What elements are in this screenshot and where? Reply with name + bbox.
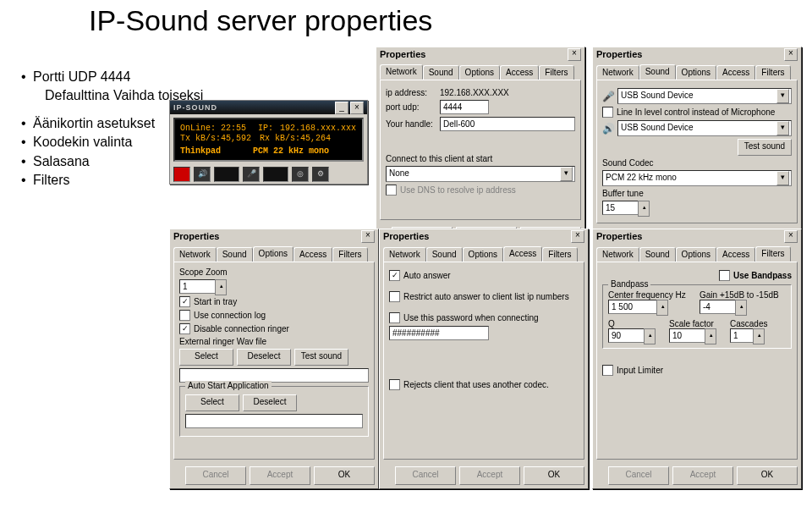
password-checkbox[interactable]: Use this password when connecting	[389, 312, 579, 323]
cancel-button[interactable]: Cancel	[185, 466, 246, 485]
handle-input[interactable]: Dell-600	[440, 117, 575, 131]
select-button[interactable]: Select	[179, 349, 233, 366]
bandpass-group-label: Bandpass	[608, 279, 650, 289]
close-button[interactable]: ×	[350, 102, 364, 114]
tab-access[interactable]: Access	[503, 246, 542, 262]
connect-select[interactable]: None	[386, 166, 575, 182]
properties-network-window: Properties× Network Sound Options Access…	[376, 47, 585, 250]
test-sound-button[interactable]: Test sound	[738, 139, 792, 156]
tab-sound[interactable]: Sound	[639, 64, 676, 80]
scope-zoom-label: Scope Zoom	[179, 267, 369, 277]
lcd-display: OnLine: 22:55 IP: 192.168.xxx.xxx Tx kB/…	[173, 118, 364, 162]
speaker-icon[interactable]: 🔊	[194, 167, 211, 182]
q-spinner[interactable]: 90	[608, 328, 645, 343]
port-label: port udp:	[386, 102, 436, 112]
tab-options[interactable]: Options	[459, 65, 500, 80]
connection-log-checkbox[interactable]: Use connection log	[179, 310, 369, 321]
autostart-group-label: Auto Start Application	[185, 381, 272, 390]
tab-options[interactable]: Options	[253, 246, 294, 262]
cascades-label: Cascades	[730, 319, 786, 328]
tab-network[interactable]: Network	[383, 247, 426, 262]
tab-options[interactable]: Options	[676, 247, 716, 262]
scale-label: Scale factor	[669, 319, 725, 328]
auto-answer-checkbox[interactable]: ✓Auto answer	[389, 270, 579, 281]
app-toolbar: 🔊 🎤 ◎ ⚙	[170, 165, 367, 184]
ipsound-app-window: IP-SOUND _ × OnLine: 22:55 IP: 192.168.x…	[169, 100, 368, 185]
scale-spinner[interactable]: 10	[669, 328, 705, 343]
password-input[interactable]: ##########	[389, 326, 489, 340]
tab-sound[interactable]: Sound	[217, 247, 253, 262]
port-input[interactable]: 4444	[440, 100, 489, 114]
disable-ringer-checkbox[interactable]: ✓Disable connection ringer	[179, 323, 369, 334]
accept-button[interactable]: Accept	[672, 466, 733, 485]
tab-sound[interactable]: Sound	[426, 247, 463, 262]
tab-access[interactable]: Access	[294, 247, 332, 262]
tab-network[interactable]: Network	[173, 247, 217, 262]
tab-options[interactable]: Options	[676, 65, 716, 80]
page-title: IP-Sound server properties	[89, 4, 432, 37]
dns-checkbox[interactable]: Use DNS to resolve ip address	[386, 185, 575, 196]
tab-filters[interactable]: Filters	[539, 65, 573, 80]
tab-options[interactable]: Options	[463, 247, 503, 262]
codec-select[interactable]: PCM 22 kHz mono	[602, 170, 792, 186]
start-in-tray-checkbox[interactable]: ✓Start in tray	[179, 296, 369, 307]
ok-button[interactable]: OK	[314, 466, 375, 485]
reject-codec-checkbox[interactable]: Rejects client that uses another codec.	[389, 379, 579, 390]
tab-filters[interactable]: Filters	[755, 246, 790, 262]
cascades-spinner[interactable]: 1	[730, 328, 754, 343]
input-device-select[interactable]: USB Sound Device	[617, 88, 792, 104]
test-sound-button[interactable]: Test sound	[294, 349, 348, 366]
close-button[interactable]: ×	[784, 48, 798, 61]
level-meter	[214, 167, 239, 182]
output-device-select[interactable]: USB Sound Device	[617, 120, 792, 136]
ok-button[interactable]: OK	[737, 466, 798, 485]
cancel-button[interactable]: Cancel	[395, 466, 456, 485]
properties-options-window: Properties× Network Sound Options Access…	[169, 229, 379, 489]
properties-filters-window: Properties× Network Sound Options Access…	[592, 229, 802, 489]
tab-network[interactable]: Network	[596, 247, 639, 262]
close-button[interactable]: ×	[568, 48, 581, 61]
rx-value: 45,264	[300, 134, 331, 143]
properties-sound-window: Properties× Network Sound Options Access…	[592, 47, 802, 253]
cancel-button[interactable]: Cancel	[608, 466, 669, 485]
input-limiter-checkbox[interactable]: Input Limiter	[602, 365, 792, 376]
restrict-checkbox[interactable]: Restrict auto answer to client list ip n…	[389, 291, 579, 302]
ipaddress-label: ip address:	[386, 88, 436, 97]
tab-filters[interactable]: Filters	[755, 65, 790, 80]
buffer-spinner[interactable]: 15	[602, 201, 639, 215]
record-button[interactable]	[173, 167, 190, 182]
minimize-button[interactable]: _	[335, 102, 348, 114]
tab-filters[interactable]: Filters	[332, 247, 367, 262]
close-button[interactable]: ×	[571, 230, 584, 243]
center-freq-spinner[interactable]: 1 500	[608, 300, 657, 314]
external-ringer-label: External ringer Wav file	[179, 337, 369, 346]
tab-network[interactable]: Network	[596, 65, 639, 80]
accept-button[interactable]: Accept	[459, 466, 520, 485]
autostart-path-input[interactable]	[185, 414, 363, 428]
close-button[interactable]: ×	[784, 230, 798, 243]
scope-button[interactable]: ◎	[292, 167, 309, 182]
deselect-button[interactable]: Deselect	[243, 394, 297, 411]
tab-sound[interactable]: Sound	[423, 65, 459, 80]
ip-label: IP:	[258, 124, 275, 133]
tab-network[interactable]: Network	[380, 64, 423, 80]
tab-access[interactable]: Access	[500, 65, 539, 80]
scope-zoom-spinner[interactable]: 1	[179, 279, 216, 294]
gain-spinner[interactable]: -4	[700, 300, 736, 314]
center-freq-label: Center frequency Hz	[608, 290, 694, 300]
window-title: Properties	[380, 49, 568, 59]
close-button[interactable]: ×	[361, 230, 375, 243]
tab-filters[interactable]: Filters	[542, 247, 577, 262]
accept-button[interactable]: Accept	[250, 466, 310, 485]
select-button[interactable]: Select	[185, 394, 239, 411]
tab-access[interactable]: Access	[716, 247, 755, 262]
handle-label: Your handle:	[386, 119, 436, 129]
tab-access[interactable]: Access	[716, 65, 755, 80]
settings-button[interactable]: ⚙	[312, 167, 329, 182]
tab-sound[interactable]: Sound	[639, 247, 676, 262]
deselect-button[interactable]: Deselect	[237, 349, 291, 366]
handle-value: Thinkpad	[180, 146, 248, 156]
linein-checkbox[interactable]: Line In level control instead of Microph…	[602, 107, 792, 118]
ok-button[interactable]: OK	[524, 466, 584, 485]
mic-icon[interactable]: 🎤	[243, 167, 260, 182]
